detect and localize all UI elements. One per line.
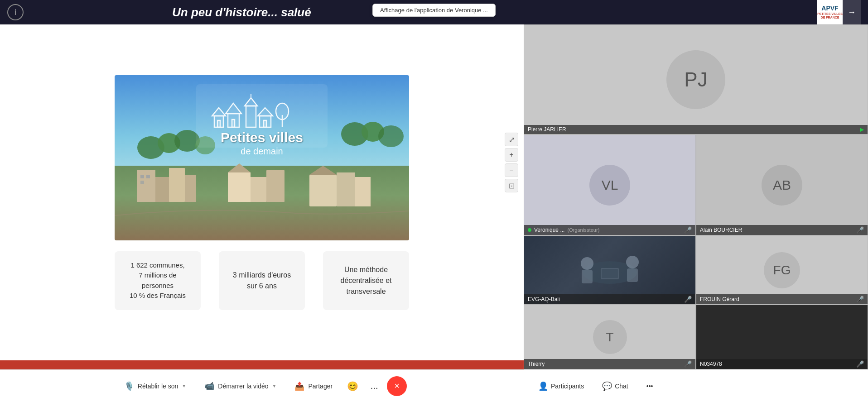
svg-rect-47: [602, 269, 618, 278]
name-left-vl: Veronique ... (Organisateur): [528, 227, 599, 233]
card-method: Une méthode décentralisée et transversal…: [323, 251, 409, 310]
svg-rect-27: [217, 120, 220, 127]
name-bar-n034: N034978 🎤: [696, 359, 868, 369]
participants-grid: PJ Pierre JARLIER ▶ VL Veronique ... (Or…: [524, 24, 868, 369]
participant-tile-fg: FG FROUIN Gérard 🎤: [696, 235, 868, 305]
mute-icon-ab: 🎤: [856, 226, 864, 234]
audio-label: Rétablir le son: [138, 383, 178, 390]
svg-text:de  demain: de demain: [241, 146, 283, 156]
slide-image: Petites villes de demain: [115, 75, 409, 240]
mute-icon-t: 🎤: [684, 360, 692, 368]
avatar-vl: VL: [589, 165, 630, 206]
share-label: Partager: [308, 383, 333, 390]
exit-icon: →: [848, 8, 856, 17]
svg-rect-43: [582, 270, 593, 283]
more-button[interactable]: ...: [365, 377, 383, 395]
expand-button[interactable]: ⤢: [505, 133, 518, 146]
info-icon: i: [14, 8, 16, 17]
role-vl: (Organisateur): [567, 227, 599, 233]
avatar-vl-initials: VL: [602, 177, 618, 193]
name-ab: Alain BOURCIER: [700, 227, 742, 233]
name-bar-pj: Pierre JARLIER ▶: [524, 125, 868, 134]
mute-icon-n034: 🎤: [856, 360, 864, 368]
zoom-in-button[interactable]: +: [505, 148, 518, 162]
video-chevron: ▼: [272, 383, 277, 388]
exit-button[interactable]: →: [843, 0, 861, 24]
name-bar-fg: FROUIN Gérard 🎤: [696, 294, 868, 304]
avatar-pj: PJ: [666, 50, 725, 109]
svg-rect-16: [228, 172, 251, 202]
audio-button[interactable]: 🎙️ Rétablir le son ▼: [117, 377, 193, 396]
svg-rect-15: [140, 181, 144, 184]
slide-container: ⤢ + − ⊡: [0, 24, 524, 360]
svg-rect-17: [251, 177, 266, 202]
svg-rect-45: [627, 268, 638, 282]
speaking-indicator-pj: ▶: [860, 126, 864, 133]
participant-tile-n034: N034978 🎤: [696, 305, 868, 369]
svg-rect-10: [155, 177, 169, 202]
name-evg: EVG-AQ-Bali: [528, 296, 560, 302]
name-vl: Veronique ...: [534, 227, 564, 233]
main-area: ⤢ + − ⊡: [0, 24, 868, 402]
avatar-ab: AB: [762, 165, 802, 206]
svg-point-42: [581, 257, 593, 270]
card-method-text: Une méthode décentralisée et transversal…: [341, 264, 392, 297]
svg-text:Petites villes: Petites villes: [221, 130, 303, 145]
participant-tile-thierry: T Thierry 🎤: [524, 305, 696, 369]
zoom-out-button[interactable]: −: [505, 163, 518, 177]
name-bar-evg: EVG-AQ-Bali 🎤: [524, 294, 695, 304]
avatar-pj-initials: PJ: [684, 68, 707, 91]
svg-rect-36: [264, 120, 266, 127]
avatar-t: T: [593, 320, 627, 354]
header: i Affichage de l'application de Veroniqu…: [0, 0, 868, 24]
chat-icon: 💬: [602, 381, 612, 391]
mute-icon-vl: 🎤: [684, 226, 692, 234]
participant-tile-evg: EVG-AQ-Bali 🎤: [524, 235, 696, 305]
svg-rect-31: [246, 106, 256, 127]
participant-tile-vl: VL Veronique ... (Organisateur) 🎤: [524, 134, 696, 235]
participants-tab-label: Participants: [551, 383, 584, 390]
online-dot-vl: [528, 228, 531, 232]
svg-point-8: [378, 125, 404, 147]
svg-rect-19: [309, 175, 337, 206]
name-t: Thierry: [528, 361, 545, 367]
avatar-t-initials: T: [606, 330, 613, 345]
tooltip-banner: Affichage de l'application de Veronique …: [372, 4, 496, 17]
end-call-icon: ×: [394, 381, 400, 391]
chat-tab-button[interactable]: 💬 Chat: [595, 378, 636, 395]
name-pj: Pierre JARLIER: [528, 126, 566, 133]
avatar-fg: FG: [764, 252, 800, 288]
svg-point-44: [626, 256, 639, 268]
svg-rect-21: [355, 177, 371, 206]
mute-icon-fg: 🎤: [856, 296, 864, 303]
card-budget: 3 milliards d'euros sur 6 ans: [219, 251, 305, 310]
name-bar-t: Thierry 🎤: [524, 359, 695, 369]
header-right: APVF PETITES VILLESDE FRANCE →: [817, 0, 861, 24]
card-communes: 1 622 communes, 7 millions de personnes …: [115, 251, 201, 310]
audio-chevron: ▼: [182, 383, 186, 388]
emoji-icon: 😊: [347, 381, 358, 392]
more-sidebar-icon: •••: [646, 383, 653, 390]
participant-tile-pj: PJ Pierre JARLIER ▶: [524, 24, 868, 134]
video-label: Démarrer la vidéo: [218, 383, 268, 390]
red-bar: [0, 360, 524, 369]
right-sidebar: PJ Pierre JARLIER ▶ VL Veronique ... (Or…: [524, 24, 868, 402]
name-n034: N034978: [700, 361, 722, 367]
emoji-button[interactable]: 😊: [343, 377, 362, 395]
participant-tile-ab: AB Alain BOURCIER 🎤: [696, 134, 868, 235]
more-sidebar-button[interactable]: •••: [639, 379, 661, 393]
share-icon: 📤: [294, 381, 304, 391]
name-fg: FROUIN Gérard: [700, 296, 739, 302]
name-bar-vl: Veronique ... (Organisateur) 🎤: [524, 225, 695, 235]
participants-tab-button[interactable]: 👤 Participants: [531, 378, 591, 395]
end-call-button[interactable]: ×: [387, 376, 407, 396]
participants-icon: 👤: [538, 381, 548, 391]
info-cards: 1 622 communes, 7 millions de personnes …: [115, 251, 409, 310]
share-button[interactable]: 📤 Partager: [287, 377, 340, 396]
fit-button[interactable]: ⊡: [505, 179, 518, 192]
video-icon: 📹: [204, 381, 214, 391]
presentation-area: ⤢ + − ⊡: [0, 24, 524, 402]
info-button[interactable]: i: [7, 4, 24, 20]
tooltip-text: Affichage de l'application de Veronique …: [380, 7, 488, 14]
video-button[interactable]: 📹 Démarrer la vidéo ▼: [197, 377, 284, 396]
